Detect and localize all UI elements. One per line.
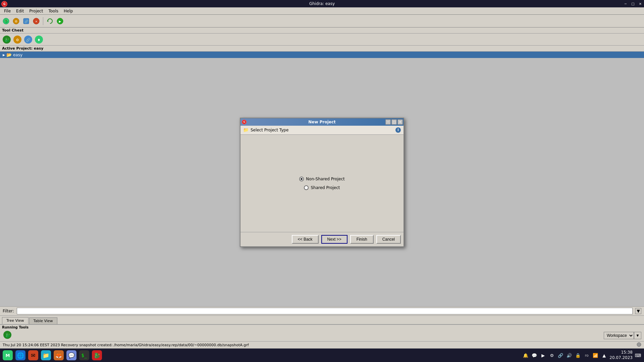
info-icon[interactable]: i	[395, 127, 401, 133]
clock-time: 15:38	[609, 350, 633, 355]
toolbar-btn-3[interactable]: 🔗	[21, 16, 31, 26]
svg-text:🐉: 🐉	[5, 333, 10, 338]
menu-project[interactable]: Project	[26, 8, 46, 14]
running-tools-label: Running Tools	[2, 325, 29, 329]
sys-lock-icon[interactable]: 🔒	[575, 352, 581, 359]
dialog-subheader-text: Select Project Type	[251, 128, 288, 132]
sys-chat-icon[interactable]: 💬	[531, 352, 538, 359]
menu-help[interactable]: Help	[61, 8, 75, 14]
taskbar-right: 🔔 💬 ▶ ⚙ 🔗 🔊 🔒 ro 📶 ▲ 15:38 20.07.2023 ⌨	[522, 350, 641, 360]
subheader-folder-icon: 📁	[243, 127, 249, 132]
tool-chest-label: Tool Chest	[0, 27, 644, 34]
taskbar-firefox[interactable]: 🦊	[54, 350, 64, 360]
sys-network-icon[interactable]: 📶	[592, 352, 599, 359]
sys-expand-icon[interactable]: ▲	[601, 352, 607, 359]
radio-shared[interactable]: Shared Project	[304, 185, 340, 190]
toolbar-btn-1[interactable]: 🐉	[1, 16, 11, 26]
sys-play-icon[interactable]: ▶	[540, 352, 546, 359]
minimize-button[interactable]: ─	[622, 0, 629, 7]
clock-date: 20.07.2023	[609, 355, 633, 361]
radio-circle-shared	[304, 185, 309, 190]
window-controls: ─ □ ✕	[622, 0, 644, 7]
dialog-title: New Project	[308, 120, 336, 124]
clock: 15:38 20.07.2023	[609, 350, 633, 360]
tab-tree-view[interactable]: Tree View	[2, 317, 29, 324]
svg-text:✕: ✕	[35, 20, 38, 23]
running-tools: Running Tools 🐉 Workspace ▼	[0, 324, 644, 341]
taskbar-discord[interactable]: 💬	[66, 350, 76, 360]
main-content: G New Project ─ □ ✕ 📁 Select Pr	[0, 58, 644, 306]
filter-bar: Filter: ▼	[0, 306, 644, 316]
taskbar-terminal[interactable]: $_	[79, 350, 89, 360]
window-title: Ghidra: easy	[309, 1, 335, 6]
cancel-button[interactable]: Cancel	[376, 235, 401, 244]
filter-label: Filter:	[3, 309, 14, 313]
dialog-body: Non-Shared Project Shared Project	[240, 135, 404, 232]
tab-table-view[interactable]: Table View	[29, 317, 57, 324]
filter-dropdown-icon[interactable]: ▼	[635, 308, 641, 314]
tool-chest-icons: 🐉 ⚙ 🔗 ♦	[0, 34, 644, 46]
tool-chest-icon-2[interactable]: ⚙	[13, 35, 22, 44]
dialog-close[interactable]: ✕	[397, 119, 403, 125]
radio-label-non-shared: Non-Shared Project	[306, 177, 344, 181]
sys-settings-icon[interactable]: ⚙	[548, 352, 555, 359]
sys-keyboard-layout[interactable]: ro	[583, 352, 590, 359]
taskbar-globe[interactable]: 🌐	[15, 350, 25, 360]
taskbar-files[interactable]: 📁	[41, 350, 51, 360]
close-button[interactable]: ✕	[637, 0, 644, 7]
view-tabs: Tree View Table View	[0, 316, 644, 324]
dialog-minimize[interactable]: ─	[385, 119, 391, 125]
active-project-bar: Active Project: easy	[0, 46, 644, 52]
svg-text:▶: ▶	[59, 20, 61, 23]
menu-tools[interactable]: Tools	[46, 8, 61, 14]
dialog-controls: ─ □ ✕	[385, 119, 403, 125]
toolbar-btn-refresh[interactable]	[45, 16, 55, 26]
project-name: easy	[13, 53, 22, 57]
sys-keyboard-icon[interactable]: ⌨	[635, 352, 641, 359]
workspace-select[interactable]: Workspace	[604, 332, 634, 339]
ghidra-logo-icon: G	[1, 1, 7, 7]
maximize-button[interactable]: □	[629, 0, 637, 7]
project-tree-row[interactable]: ▶ 📂 easy	[0, 52, 644, 58]
svg-point-21	[637, 343, 641, 347]
toolbar-separator	[43, 17, 43, 25]
back-button[interactable]: << Back	[292, 235, 319, 244]
taskbar-ghidra[interactable]: 🐉	[92, 350, 102, 360]
svg-text:🔗: 🔗	[24, 19, 29, 23]
tool-chest-icon-4[interactable]: ♦	[34, 35, 44, 44]
finish-button[interactable]: Finish	[350, 235, 374, 244]
tool-chest-icon-1[interactable]: 🐉	[2, 35, 11, 44]
toolbar-btn-4[interactable]: ✕	[32, 16, 41, 26]
menu-edit[interactable]: Edit	[13, 8, 26, 14]
toolbar-btn-green[interactable]: ▶	[55, 16, 65, 26]
new-project-dialog: G New Project ─ □ ✕ 📁 Select Pr	[240, 118, 404, 247]
dialog-titlebar: G New Project ─ □ ✕	[240, 118, 404, 126]
dialog-maximize[interactable]: □	[391, 119, 397, 125]
expand-arrow: ▶	[3, 53, 5, 57]
sys-volume-icon[interactable]: 🔊	[566, 352, 573, 359]
running-tool-icon[interactable]: 🐉	[3, 330, 12, 341]
radio-label-shared: Shared Project	[311, 185, 340, 190]
sys-bell-icon[interactable]: 🔔	[522, 352, 529, 359]
dialog-ghidra-icon: G	[242, 120, 247, 124]
svg-text:⚙: ⚙	[15, 20, 17, 23]
toolbar-btn-2[interactable]: ⚙	[11, 16, 21, 26]
sys-link-icon[interactable]: 🔗	[557, 352, 564, 359]
menu-file[interactable]: File	[1, 8, 13, 14]
svg-text:♦: ♦	[37, 38, 41, 42]
taskbar-mail[interactable]: ✉	[28, 350, 38, 360]
running-tools-inner: 🐉 Workspace ▼	[3, 330, 641, 341]
taskbar: M 🌐 ✉ 📁 🦊 💬 $_ 🐉 🔔 💬 ▶ ⚙ 🔗 🔊 🔒 ro 📶 ▲ 15…	[0, 349, 644, 362]
taskbar-left: M 🌐 ✉ 📁 🦊 💬 $_ 🐉	[3, 350, 102, 360]
taskbar-manjaro[interactable]: M	[3, 350, 13, 360]
svg-text:⚙: ⚙	[16, 38, 19, 42]
status-icon	[637, 342, 641, 348]
tool-chest-icon-3[interactable]: 🔗	[23, 35, 33, 44]
radio-non-shared[interactable]: Non-Shared Project	[299, 177, 344, 181]
next-button[interactable]: Next >>	[321, 235, 347, 244]
filter-input[interactable]	[17, 308, 633, 314]
project-folder-icon: 📂	[6, 52, 12, 57]
dialog-subheader: 📁 Select Project Type i	[240, 126, 404, 135]
workspace-arrow[interactable]: ▼	[634, 332, 641, 339]
menu-bar: File Edit Project Tools Help	[0, 7, 644, 15]
